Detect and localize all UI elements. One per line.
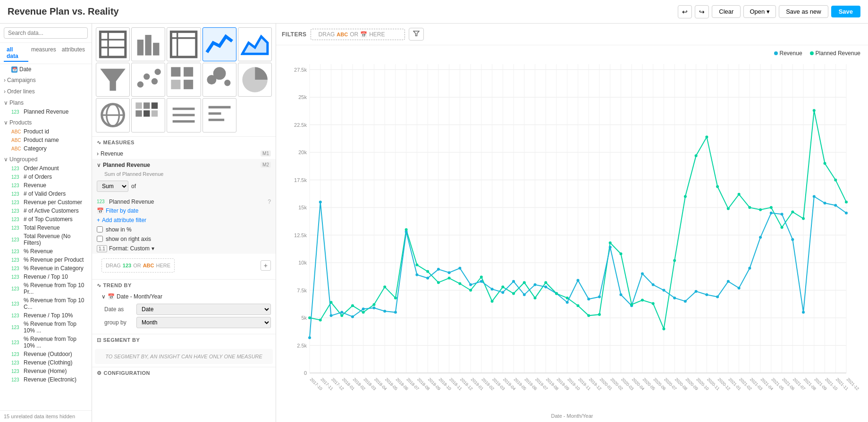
sidebar-item-planned-revenue[interactable]: 123 Planned Revenue <box>4 108 88 116</box>
products-header[interactable]: ∨ Products <box>4 118 88 127</box>
sidebar-item-pct-rev-product[interactable]: 123% Revenue per Product <box>4 256 88 264</box>
svg-point-187 <box>534 283 537 286</box>
campaigns-header[interactable]: › Campaigns <box>4 75 88 85</box>
search-input[interactable] <box>4 27 88 39</box>
sidebar-item-pct-top10pct1[interactable]: 123% Revenue from Top 10% ... <box>4 320 88 335</box>
sidebar-item-total-revenue-nf[interactable]: 123Total Revenue (No Filters) <box>4 232 88 247</box>
chart-legend: Revenue Planned Revenue <box>284 50 860 57</box>
date-as-select[interactable]: Date Week Month <box>136 304 271 315</box>
tab-all-data[interactable]: all data <box>4 45 28 62</box>
chart-type-bar[interactable] <box>131 27 165 61</box>
sidebar-item-rev-outdoor[interactable]: 123Revenue (Outdoor) <box>4 350 88 358</box>
redo-button[interactable]: ↪ <box>695 5 709 18</box>
chart-type-kpi[interactable] <box>202 98 236 132</box>
trend-item-date[interactable]: ∨ 📅 Date - Month/Year <box>92 291 276 302</box>
measure-item-revenue[interactable]: › Revenue M1 <box>92 149 276 159</box>
format-row[interactable]: 1.1 Format: Custom ▾ <box>92 244 276 254</box>
chart-type-list[interactable] <box>167 98 201 132</box>
clear-button[interactable]: Clear <box>712 5 741 18</box>
sidebar-item-pct-top10pct2[interactable]: 123% Revenue from Top 10% ... <box>4 335 88 350</box>
date-icon: 📅 <box>11 66 17 73</box>
sidebar-item-rev-top10pct[interactable]: 123Revenue / Top 10% <box>4 311 88 320</box>
sidebar-group-products: ∨ Products ABC Product id ABC Product na… <box>0 117 92 154</box>
filter-here-label: HERE <box>369 31 385 38</box>
sidebar-item-order-amount[interactable]: 123Order Amount <box>4 164 88 173</box>
svg-point-174 <box>394 311 397 314</box>
config-header[interactable]: ⚙ CONFIGURATION <box>92 367 276 379</box>
svg-text:0: 0 <box>304 370 307 376</box>
sum-select[interactable]: Sum Avg Count <box>97 181 128 192</box>
date-as-label: Date as <box>104 306 133 313</box>
sidebar-item-pct-rev-category[interactable]: 123% Revenue in Category <box>4 264 88 273</box>
sidebar-item-category[interactable]: ABC Category <box>4 144 88 153</box>
measure-item-planned-revenue: ∨ Planned Revenue M2 Sum of Planned Reve… <box>92 159 276 254</box>
sidebar-item-rev-top10[interactable]: 123Revenue / Top 10 <box>4 273 88 281</box>
save-button[interactable]: Save <box>831 6 860 17</box>
chart-type-pie[interactable] <box>238 63 272 97</box>
sidebar-item-product-name[interactable]: ABC Product name <box>4 136 88 144</box>
chart-type-dot[interactable] <box>202 63 236 97</box>
drag-abc-label: ABC <box>143 263 154 268</box>
chart-type-heatmap[interactable] <box>131 98 165 132</box>
drag-measures-area[interactable]: DRAG 123 OR ABC HERE <box>101 258 175 273</box>
svg-point-260 <box>770 206 773 209</box>
campaigns-label: Campaigns <box>7 77 36 83</box>
sidebar-item-rev-electronic[interactable]: 123Revenue (Electronic) <box>4 375 88 384</box>
filter-drop-area[interactable]: DRAG ABC OR 📅 HERE <box>311 29 405 40</box>
chart-type-line[interactable] <box>202 27 236 61</box>
help-icon[interactable]: ? <box>268 199 271 205</box>
plans-header[interactable]: ∨ Plans <box>4 98 88 108</box>
sidebar-item-revenue[interactable]: 123Revenue <box>4 181 88 190</box>
chart-wrapper: 02.5k5k7.5k10k12.5k15k17.5k20k22.5k25k27… <box>284 59 860 412</box>
add-attribute-filter-row[interactable]: + Add attribute filter <box>92 215 276 225</box>
chart-type-funnel[interactable] <box>96 63 130 97</box>
sidebar-item-product-id[interactable]: ABC Product id <box>4 127 88 136</box>
filter-by-date-row[interactable]: 📅 Filter by date <box>92 206 276 215</box>
open-button[interactable]: Open ▾ <box>743 5 776 18</box>
chart-type-geo[interactable] <box>96 98 130 132</box>
middle-panel: ∿ MEASURES › Revenue M1 ∨ Planned Revenu… <box>92 24 276 422</box>
chart-type-scatter[interactable] <box>131 63 165 97</box>
undo-button[interactable]: ↩ <box>678 5 692 18</box>
chart-type-table[interactable] <box>96 27 130 61</box>
sidebar-item-pct-top10c[interactable]: 123% Revenue from Top 10 C... <box>4 296 88 311</box>
chart-area: Revenue Planned Revenue 02.5k5k7.5k10k12… <box>276 45 868 422</box>
campaigns-arrow-icon: › <box>4 77 6 83</box>
tab-measures[interactable]: measures <box>28 45 59 62</box>
sidebar-item-rev-per-customer[interactable]: 123Revenue per Customer <box>4 198 88 207</box>
group-by-select[interactable]: Month Week Day Quarter Year <box>136 317 271 328</box>
chart-type-pivot[interactable] <box>167 27 201 61</box>
sidebar-item-rev-home[interactable]: 123Revenue (Home) <box>4 367 88 375</box>
show-in-pct-checkbox[interactable] <box>97 226 103 232</box>
tab-attributes[interactable]: attributes <box>59 45 88 62</box>
product-id-label: Product id <box>24 128 49 135</box>
svg-marker-38 <box>413 31 419 36</box>
orderlines-header[interactable]: › Order lines <box>4 87 88 96</box>
chart-type-grid2[interactable] <box>167 63 201 97</box>
sidebar-item-active-customers[interactable]: 123# of Active Customers <box>4 207 88 215</box>
search-container <box>0 24 92 43</box>
filter-options-button[interactable] <box>409 28 424 41</box>
svg-point-244 <box>598 313 601 316</box>
drag-add-button[interactable]: + <box>261 260 271 271</box>
sidebar-item-total-revenue[interactable]: 123Total Revenue <box>4 223 88 232</box>
sidebar-item-valid-orders[interactable]: 123# of Valid Orders <box>4 190 88 198</box>
svg-point-167 <box>319 200 322 203</box>
planned-revenue-collapse-icon: ∨ <box>97 162 101 168</box>
drag-here-label: HERE <box>156 263 170 268</box>
sidebar-item-rev-clothing[interactable]: 123Revenue (Clothing) <box>4 358 88 367</box>
sidebar-item-top-customers[interactable]: 123# of Top Customers <box>4 215 88 223</box>
svg-point-13 <box>143 74 150 80</box>
ungrouped-header[interactable]: ∨ Ungrouped <box>4 155 88 164</box>
sidebar-item-pct-top10pr[interactable]: 123% Revenue from Top 10 Pr... <box>4 281 88 296</box>
sidebar-item-orders[interactable]: 123# of Orders <box>4 173 88 181</box>
show-right-axis-checkbox[interactable] <box>97 236 103 242</box>
save-as-button[interactable]: Save as new <box>779 5 828 18</box>
sidebar-item-pct-revenue[interactable]: 123% Revenue <box>4 247 88 256</box>
svg-text:7.5k: 7.5k <box>297 288 307 293</box>
chart-type-area[interactable] <box>238 27 272 61</box>
planned-revenue-header[interactable]: ∨ Planned Revenue M2 <box>92 159 276 171</box>
sidebar-item-date[interactable]: 📅 Date <box>4 65 88 74</box>
svg-point-206 <box>738 287 741 290</box>
add-filter-label: Add attribute filter <box>102 217 146 223</box>
